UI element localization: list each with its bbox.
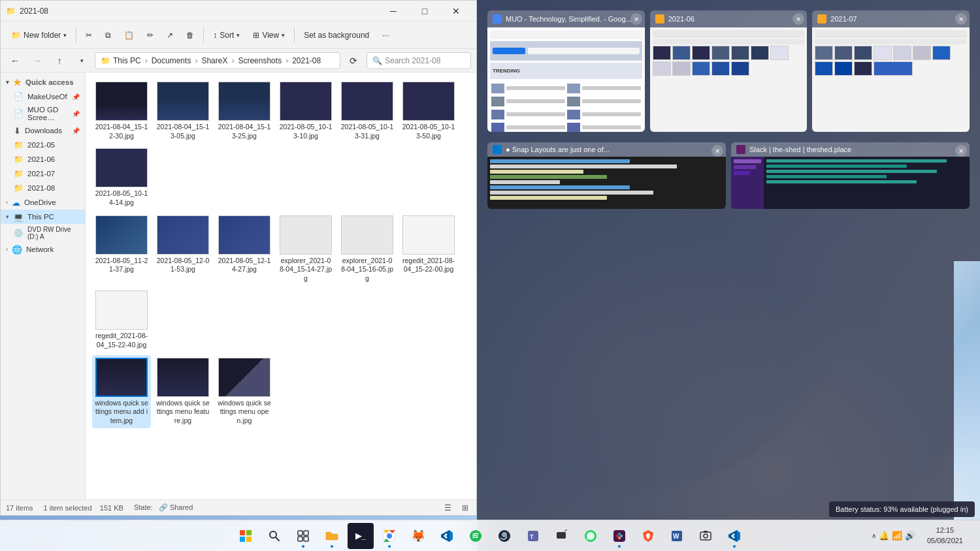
slack-taskbar-button[interactable] — [606, 523, 632, 549]
sidebar-item-2021-07[interactable]: 📁 2021-07 — [1, 166, 85, 181]
start-button[interactable] — [233, 523, 259, 549]
cut-button[interactable]: ✂ — [80, 28, 97, 42]
file-item[interactable]: explorer_2021-08-04_15-16-05.jpg — [338, 213, 397, 286]
sidebar-item-makeuseofof[interactable]: 📄 MakeUseOf 📌 — [1, 89, 85, 104]
task-view-button[interactable] — [290, 523, 316, 549]
svg-rect-8 — [298, 537, 302, 541]
file-item[interactable]: 2021-08-05_10-13-31.jpg — [338, 79, 397, 143]
chrome-preview-inner: TRENDING — [487, 27, 645, 132]
selection-info: 1 item selected 151 KB — [44, 504, 123, 512]
sidebar-item-2021-08[interactable]: 📁 2021-08 — [1, 181, 85, 195]
set-background-button[interactable]: Set as background — [299, 28, 374, 42]
close-vscode-button[interactable]: ✕ — [711, 145, 723, 157]
close-06-button[interactable]: ✕ — [792, 13, 804, 25]
file-thumbnail — [402, 82, 455, 121]
folder-07-preview — [812, 27, 970, 132]
address-path[interactable]: 📁 This PC › Documents › ShareX › Screens… — [95, 52, 340, 69]
file-item[interactable]: 2021-08-05_11-21-37.jpg — [92, 213, 151, 286]
capture-taskbar-button[interactable] — [693, 523, 719, 549]
whatsapp-taskbar-button[interactable] — [578, 523, 604, 549]
sidebar-item-this-pc[interactable]: ▾ 💻 This PC — [1, 210, 85, 224]
file-item[interactable]: windows quick settings menu feature.jpg — [154, 355, 212, 428]
file-item[interactable]: 2021-08-04_15-13-05.jpg — [154, 79, 212, 143]
firefox-taskbar-button[interactable]: 🦊 — [405, 523, 431, 549]
file-item[interactable]: 2021-08-04_15-12-30.jpg — [92, 79, 151, 143]
system-icons[interactable]: ∧ 🔔 📶 🔊 — [868, 528, 919, 543]
switcher-card-chrome[interactable]: MUO - Technology, Simplified. - Goog... … — [487, 10, 645, 132]
vscode-taskbar-button[interactable] — [434, 523, 460, 549]
sidebar-item-dvd[interactable]: 💿 DVD RW Drive (D:) A — [1, 224, 85, 242]
new-folder-label: New folder — [24, 31, 61, 40]
svg-rect-3 — [246, 537, 252, 542]
sidebar-item-network[interactable]: › 🌐 Network — [1, 242, 85, 257]
file-item[interactable]: regedit_2021-08-04_15-22-40.jpg — [92, 288, 151, 352]
file-item[interactable]: 2021-08-04_15-13-25.jpg — [215, 79, 274, 143]
clock-button[interactable]: 12:15 05/08/2021 — [924, 524, 966, 547]
search-taskbar-button[interactable] — [261, 523, 287, 549]
file-item[interactable]: explorer_2021-08-04_15-14-27.jpg — [276, 213, 335, 286]
chrome-taskbar-button[interactable] — [376, 523, 402, 549]
path-this-pc: This PC — [113, 56, 141, 65]
file-item[interactable]: 2021-08-05_10-13-50.jpg — [399, 79, 458, 143]
refresh-button[interactable]: ⟳ — [344, 52, 363, 70]
expand-tray-icon: ∧ — [872, 532, 876, 539]
item-count: 17 items — [6, 504, 33, 512]
file-item[interactable]: windows quick settings menu open.jpg — [215, 355, 274, 428]
sidebar-item-muo-gd[interactable]: 📄 MUO GD Scree… 📌 — [1, 104, 85, 123]
recent-button[interactable]: ▾ — [73, 52, 91, 70]
file-item[interactable]: 2021-08-05_10-13-10.jpg — [276, 79, 335, 143]
view-button[interactable]: ⊞ View ▾ — [248, 28, 290, 42]
file-item[interactable]: 2021-08-05_12-01-53.jpg — [154, 213, 212, 286]
word-taskbar-button[interactable]: W — [664, 523, 690, 549]
file-explorer-taskbar-button[interactable] — [319, 523, 345, 549]
close-slack-button[interactable]: ✕ — [955, 145, 967, 157]
file-item-selected[interactable]: windows quick settings menu add item.jpg — [92, 355, 151, 428]
teams-taskbar-button[interactable]: T — [520, 523, 546, 549]
share-button[interactable]: ↗ — [161, 28, 178, 42]
sidebar-item-2021-06[interactable]: 📁 2021-06 — [1, 152, 85, 166]
wacom-taskbar-button[interactable] — [549, 523, 575, 549]
minimize-button[interactable]: ─ — [378, 1, 408, 22]
close-button[interactable]: ✕ — [441, 1, 471, 22]
terminal-taskbar-button[interactable]: ▶_ — [348, 523, 374, 549]
brave-taskbar-button[interactable] — [635, 523, 661, 549]
delete-button[interactable]: 🗑 — [181, 28, 199, 42]
up-button[interactable]: ↑ — [50, 52, 69, 70]
back-button[interactable]: ← — [6, 52, 24, 70]
svg-rect-27 — [700, 532, 711, 540]
file-item[interactable]: 2021-08-05_10-14-14.jpg — [92, 146, 151, 210]
mini-thumb — [692, 46, 710, 60]
switcher-card-slack[interactable]: Slack | the-shed | theshed.place ✕ — [731, 142, 970, 209]
sidebar-item-onedrive[interactable]: › ☁ OneDrive — [1, 195, 85, 210]
steam-taskbar-button[interactable] — [491, 523, 517, 549]
copy-button[interactable]: ⧉ — [100, 28, 116, 42]
file-item[interactable]: 2021-08-05_12-14-27.jpg — [215, 213, 274, 286]
more-button[interactable]: ··· — [377, 28, 394, 42]
mini-thumb — [893, 46, 911, 60]
switcher-card-2021-06[interactable]: 2021-06 ✕ — [650, 10, 808, 132]
task-view-icon — [297, 530, 309, 542]
switcher-card-2021-07[interactable]: 2021-07 ✕ — [812, 10, 970, 132]
close-07-button[interactable]: ✕ — [955, 13, 967, 25]
mini-thumb — [653, 61, 671, 76]
vscode2-taskbar-button[interactable] — [721, 523, 747, 549]
sort-button[interactable]: ↕ Sort ▾ — [208, 28, 245, 42]
spotify-taskbar-button[interactable] — [463, 523, 489, 549]
close-chrome-button[interactable]: ✕ — [630, 13, 642, 25]
view-icon: ⊞ — [253, 31, 259, 40]
sidebar-item-2021-05[interactable]: 📁 2021-05 — [1, 138, 85, 152]
file-item[interactable]: regedit_2021-08-04_15-22-00.jpg — [399, 213, 458, 286]
quick-access-header[interactable]: ▾ ★ Quick access — [1, 75, 85, 89]
list-view-button[interactable]: ☰ — [442, 502, 454, 514]
maximize-button[interactable]: □ — [410, 1, 440, 22]
forward-button[interactable]: → — [28, 52, 46, 70]
search-box[interactable]: 🔍 Search 2021-08 — [367, 52, 471, 69]
rename-button[interactable]: ✏ — [142, 28, 159, 42]
grid-view-button[interactable]: ⊞ — [459, 502, 471, 514]
svg-rect-29 — [704, 531, 708, 533]
paste-button[interactable]: 📋 — [119, 28, 139, 42]
switcher-card-vscode[interactable]: ● Snap Layouts are just one of... ✕ — [487, 142, 726, 209]
show-desktop-button[interactable] — [971, 524, 975, 548]
sidebar-item-downloads[interactable]: ⬇ Downloads 📌 — [1, 123, 85, 138]
new-folder-button[interactable]: 📁 New folder ▾ — [6, 28, 72, 42]
